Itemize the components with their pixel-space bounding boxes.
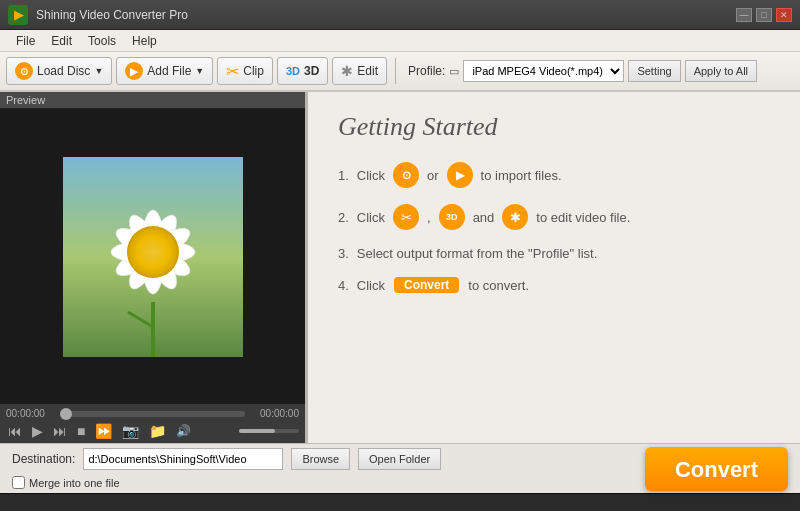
bottom-left: Destination: Browse Open Folder Merge in…	[12, 448, 637, 489]
folder-button[interactable]: 📁	[147, 423, 168, 439]
play-button[interactable]: ▶	[30, 423, 45, 439]
merge-label: Merge into one file	[29, 477, 120, 489]
toolbar: ⊙ Load Disc ▼ ▶ Add File ▼ ✂ Clip 3D 3D …	[0, 52, 800, 92]
svg-point-16	[131, 230, 175, 274]
destination-row: Destination: Browse Open Folder	[12, 448, 637, 470]
maximize-button[interactable]: □	[756, 8, 772, 22]
convert-inline-label: Convert	[394, 277, 459, 293]
progress-bar[interactable]	[60, 411, 245, 417]
bottom-bar: Destination: Browse Open Folder Merge in…	[0, 443, 800, 493]
app-title: Shining Video Converter Pro	[36, 8, 736, 22]
skip-forward-button[interactable]: ⏭	[51, 423, 69, 439]
edit-button[interactable]: ✱ Edit	[332, 57, 387, 85]
load-disc-inline-icon: ⊙	[393, 162, 419, 188]
add-file-inline-icon: ▶	[447, 162, 473, 188]
load-disc-icon: ⊙	[15, 62, 33, 80]
step-3: 3. Select output format from the "Profil…	[338, 246, 770, 261]
volume-bar[interactable]	[239, 429, 299, 433]
menu-tools[interactable]: Tools	[80, 32, 124, 50]
app-icon: ▶	[8, 5, 28, 25]
edit-icon: ✱	[341, 63, 353, 79]
setting-button[interactable]: Setting	[628, 60, 680, 82]
time-bar-row: 00:00:00 00:00:00	[6, 408, 299, 419]
add-file-button[interactable]: ▶ Add File ▼	[116, 57, 213, 85]
volume-fill	[239, 429, 275, 433]
browse-button[interactable]: Browse	[291, 448, 350, 470]
preview-label: Preview	[0, 92, 305, 109]
profile-icon: ▭	[449, 65, 459, 78]
apply-to-all-button[interactable]: Apply to All	[685, 60, 757, 82]
flower-image	[63, 157, 243, 357]
merge-checkbox[interactable]	[12, 476, 25, 489]
video-preview	[0, 109, 305, 404]
getting-started-title: Getting Started	[338, 112, 770, 142]
step-4: 4. Click Convert to convert.	[338, 277, 770, 293]
close-button[interactable]: ✕	[776, 8, 792, 22]
edit-inline-icon: ✱	[502, 204, 528, 230]
3d-inline-icon: 3D	[439, 204, 465, 230]
time-start: 00:00:00	[6, 408, 56, 419]
destination-input[interactable]	[83, 448, 283, 470]
right-panel: Getting Started 1. Click ⊙ or ▶ to impor…	[308, 92, 800, 443]
clip-button[interactable]: ✂ Clip	[217, 57, 273, 85]
left-panel: Preview	[0, 92, 305, 443]
playback-controls: ⏮ ▶ ⏭ ■ ⏩ 📷 📁 🔊	[6, 423, 299, 439]
time-end: 00:00:00	[249, 408, 299, 419]
menu-file[interactable]: File	[8, 32, 43, 50]
3d-label-icon: 3D	[286, 65, 300, 77]
profile-select[interactable]: iPad MPEG4 Video(*.mp4)	[463, 60, 624, 82]
profile-area: Profile: ▭ iPad MPEG4 Video(*.mp4) Setti…	[408, 60, 757, 82]
minimize-button[interactable]: —	[736, 8, 752, 22]
window-controls: — □ ✕	[736, 8, 792, 22]
title-bar: ▶ Shining Video Converter Pro — □ ✕	[0, 0, 800, 30]
progress-thumb[interactable]	[60, 408, 72, 420]
clip-inline-icon: ✂	[393, 204, 419, 230]
step-1: 1. Click ⊙ or ▶ to import files.	[338, 162, 770, 188]
stop-button[interactable]: ■	[75, 423, 87, 439]
destination-label: Destination:	[12, 452, 75, 466]
screenshot-button[interactable]: 📷	[120, 423, 141, 439]
toolbar-separator	[395, 58, 396, 84]
step-2: 2. Click ✂ , 3D and ✱ to edit video file…	[338, 204, 770, 230]
profile-label: Profile:	[408, 64, 445, 78]
load-disc-button[interactable]: ⊙ Load Disc ▼	[6, 57, 112, 85]
status-bar	[0, 493, 800, 511]
volume-icon: 🔊	[176, 424, 191, 438]
add-file-icon: ▶	[125, 62, 143, 80]
next-button[interactable]: ⏩	[93, 423, 114, 439]
video-controls: 00:00:00 00:00:00 ⏮ ▶ ⏭ ■ ⏩ 📷 📁 🔊	[0, 404, 305, 443]
3d-button[interactable]: 3D 3D	[277, 57, 328, 85]
main-area: Preview	[0, 92, 800, 443]
convert-button[interactable]: Convert	[645, 447, 788, 491]
clip-icon: ✂	[226, 62, 239, 81]
menu-bar: File Edit Tools Help	[0, 30, 800, 52]
menu-help[interactable]: Help	[124, 32, 165, 50]
skip-back-button[interactable]: ⏮	[6, 423, 24, 439]
menu-edit[interactable]: Edit	[43, 32, 80, 50]
merge-row: Merge into one file	[12, 476, 637, 489]
open-folder-button[interactable]: Open Folder	[358, 448, 441, 470]
